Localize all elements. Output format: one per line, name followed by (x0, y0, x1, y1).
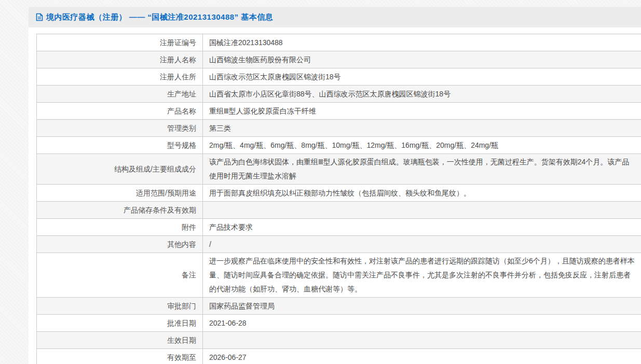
row-label: 生产地址 (37, 86, 203, 103)
registration-info-table-wrap: 注册证编号 国械注准20213130488 注册人名称 山西锦波生物医药股份有限… (36, 34, 641, 364)
row-label: 有效期至 (37, 349, 203, 364)
table-row: 型号规格 2mg/瓶、4mg/瓶、6mg/瓶、8mg/瓶、10mg/瓶、12mg… (37, 137, 641, 154)
row-value: 该产品为白色海绵状固体，由重组Ⅲ型人源化胶原蛋白组成。玻璃瓶包装，一次性使用，无… (203, 154, 641, 185)
document-icon (35, 13, 44, 21)
row-label: 管理类别 (37, 120, 203, 137)
table-row: 附件 产品技术要求 (37, 219, 641, 236)
page-header: 境内医疗器械（注册） —— “国械注准20213130488” 基本信息 (29, 7, 641, 27)
row-label: 备注 (37, 253, 203, 298)
table-row: 注册人住所 山西综改示范区太原唐槐园区锦波街18号 (37, 68, 641, 86)
row-label: 其他内容 (37, 236, 203, 253)
row-value: 国家药品监督管理局 (203, 298, 641, 315)
row-value: 山西锦波生物医药股份有限公司 (203, 51, 641, 68)
row-value: 进一步观察产品在临床使用中的安全性和有效性，对注射该产品的患者进行远期的跟踪随访… (203, 253, 641, 298)
row-value: 山西省太原市小店区化章街88号、山西综改示范区太原唐槐园区锦波街18号 (203, 86, 641, 103)
row-label: 结构及组成/主要组成成分 (37, 154, 203, 185)
row-value: 第三类 (203, 120, 641, 137)
row-label: 批准日期 (37, 315, 203, 332)
row-label: 注册人住所 (37, 68, 203, 86)
table-row: 其他内容 / (37, 236, 641, 253)
row-label: 附件 (37, 219, 203, 236)
content-panel: 境内医疗器械（注册） —— “国械注准20213130488” 基本信息 注册证… (29, 7, 641, 364)
row-label: 审批部门 (37, 298, 203, 315)
row-label: 注册证编号 (37, 34, 203, 51)
row-value (203, 332, 641, 349)
table-row: 产品储存条件及有效期 (37, 202, 641, 219)
row-label: 产品储存条件及有效期 (37, 202, 203, 219)
table-row: 生产地址 山西省太原市小店区化章街88号、山西综改示范区太原唐槐园区锦波街18号 (37, 86, 641, 103)
table-row: 结构及组成/主要组成成分 该产品为白色海绵状固体，由重组Ⅲ型人源化胶原蛋白组成。… (37, 154, 641, 185)
row-label: 生效日期 (37, 332, 203, 349)
row-value: 2021-06-28 (203, 315, 641, 332)
row-value: 山西综改示范区太原唐槐园区锦波街18号 (203, 68, 641, 86)
row-value: 2026-06-27 (203, 349, 641, 364)
table-row: 生效日期 (37, 332, 641, 349)
row-label: 产品名称 (37, 103, 203, 120)
row-value: 国械注准20213130488 (203, 34, 641, 51)
row-label: 注册人名称 (37, 51, 203, 68)
row-value: 2mg/瓶、4mg/瓶、6mg/瓶、8mg/瓶、10mg/瓶、12mg/瓶、16… (203, 137, 641, 154)
table-row: 注册证编号 国械注准20213130488 (37, 34, 641, 51)
table-row: 产品名称 重组Ⅲ型人源化胶原蛋白冻干纤维 (37, 103, 641, 120)
row-value: 重组Ⅲ型人源化胶原蛋白冻干纤维 (203, 103, 641, 120)
page-title: 境内医疗器械（注册） —— “国械注准20213130488” 基本信息 (46, 12, 273, 22)
table-row: 审批部门 国家药品监督管理局 (37, 298, 641, 315)
table-row: 批准日期 2021-06-28 (37, 315, 641, 332)
table-row: 注册人名称 山西锦波生物医药股份有限公司 (37, 51, 641, 68)
row-label: 适用范围/预期用途 (37, 185, 203, 202)
registration-info-table: 注册证编号 国械注准20213130488 注册人名称 山西锦波生物医药股份有限… (36, 34, 641, 364)
row-value: 产品技术要求 (203, 219, 641, 236)
table-row: 备注 进一步观察产品在临床使用中的安全性和有效性，对注射该产品的患者进行远期的跟… (37, 253, 641, 298)
row-value: / (203, 236, 641, 253)
table-row: 管理类别 第三类 (37, 120, 641, 137)
table-row: 适用范围/预期用途 用于面部真皮组织填充以纠正额部动力性皱纹（包括眉间纹、额头纹… (37, 185, 641, 202)
row-label: 型号规格 (37, 137, 203, 154)
table-row: 有效期至 2026-06-27 (37, 349, 641, 364)
row-value: 用于面部真皮组织填充以纠正额部动力性皱纹（包括眉间纹、额头纹和鱼尾纹）。 (203, 185, 641, 202)
row-value (203, 202, 641, 219)
